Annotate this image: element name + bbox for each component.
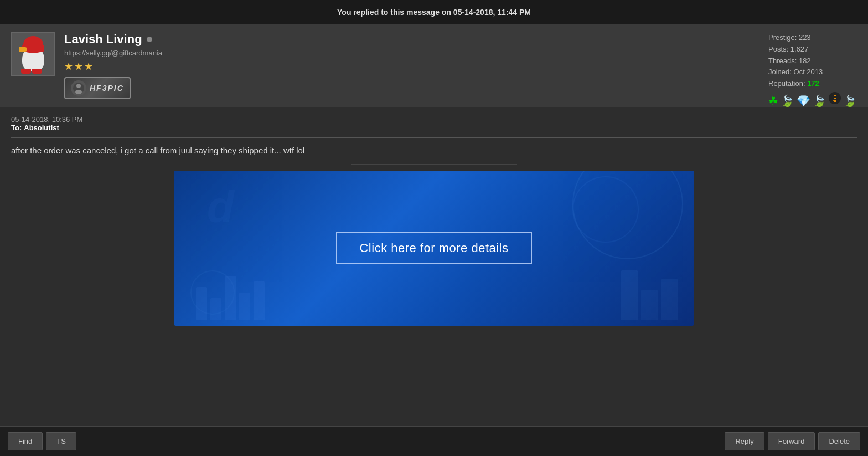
rep-leaf2-icon: 🍃 <box>813 92 826 110</box>
threads-stat: Threads: 182 <box>768 55 857 67</box>
message-meta: 05-14-2018, 10:36 PM To:Absolutist <box>11 115 857 132</box>
user-header: Lavish Living https://selly.gg/@giftcard… <box>0 24 868 107</box>
star-2: ★ <box>74 60 83 73</box>
message-date: 05-14-2018, 10:36 PM <box>11 115 857 124</box>
right-actions: Reply Forward Delete <box>725 432 860 450</box>
notification-text: You replied to this message on 05-14-201… <box>337 8 531 17</box>
message-to-label: To: <box>11 124 22 132</box>
star-1: ★ <box>64 60 73 73</box>
message-text: after the order was canceled, i got a ca… <box>11 146 857 155</box>
rep-bitcoin-icon: ₿ <box>829 92 841 104</box>
joined-stat: Joined: Oct 2013 <box>768 66 857 78</box>
forward-button[interactable]: Forward <box>768 432 815 450</box>
left-actions: Find TS <box>8 432 76 450</box>
svg-point-1 <box>76 84 81 88</box>
reply-button[interactable]: Reply <box>725 432 764 450</box>
message-divider <box>11 137 857 138</box>
bottom-bar: Find TS Reply Forward Delete <box>0 426 868 456</box>
message-to: To:Absolutist <box>11 124 857 132</box>
top-notification-bar: You replied to this message on 05-14-201… <box>0 0 868 24</box>
reputation-row: Reputation: 172 <box>768 78 857 90</box>
reputation-value: 172 <box>807 79 819 88</box>
reputation-icons: ☘ 🍃 💎 🍃 ₿ 🍃 <box>768 92 857 110</box>
badge-icon <box>71 80 86 96</box>
star-3: ★ <box>84 60 93 73</box>
ts-button[interactable]: TS <box>46 432 76 450</box>
user-info: Lavish Living https://selly.gg/@giftcard… <box>64 32 857 99</box>
main-content: Lavish Living https://selly.gg/@giftcard… <box>0 24 868 426</box>
message-to-user: Absolutist <box>24 124 59 132</box>
avatar <box>11 32 55 76</box>
rank-badge: HF3PIC <box>64 77 131 99</box>
user-stars: ★ ★ ★ <box>64 60 857 73</box>
svg-point-2 <box>75 90 82 94</box>
user-stats: Prestige: 223 Posts: 1,627 Threads: 182 … <box>768 32 857 110</box>
banner-cta-button[interactable]: Click here for more details <box>336 232 531 264</box>
message-body: 05-14-2018, 10:36 PM To:Absolutist after… <box>0 107 868 426</box>
rep-gem-icon: 💎 <box>797 92 810 110</box>
prestige-stat: Prestige: 223 <box>768 32 857 44</box>
banner-image: d Click here for more details <box>174 171 694 326</box>
user-name: Lavish Living <box>64 32 142 47</box>
online-status-dot <box>147 37 152 42</box>
message-section-divider <box>351 164 517 165</box>
delete-button[interactable]: Delete <box>818 432 860 450</box>
user-url: https://selly.gg/@giftcardmania <box>64 49 857 57</box>
rep-leaf-icon: 🍃 <box>781 92 794 110</box>
rep-leaf3-icon: 🍃 <box>843 92 857 110</box>
reputation-label: Reputation: <box>768 79 805 88</box>
find-button[interactable]: Find <box>8 432 43 450</box>
rep-clover-icon: ☘ <box>768 92 778 110</box>
badge-text: HF3PIC <box>90 84 124 93</box>
user-name-row: Lavish Living <box>64 32 857 47</box>
posts-stat: Posts: 1,627 <box>768 44 857 55</box>
